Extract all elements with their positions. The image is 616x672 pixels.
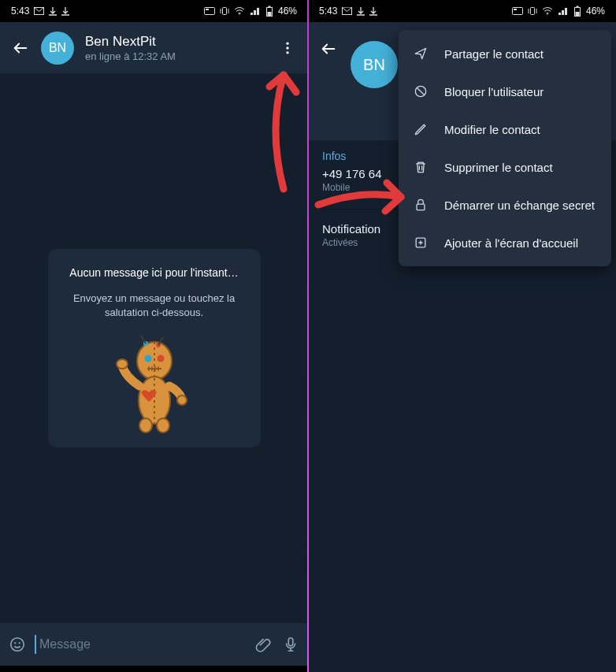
mic-icon[interactable] — [281, 635, 300, 654]
svg-rect-1 — [204, 8, 214, 15]
wifi-icon — [542, 7, 553, 15]
download-icon — [49, 7, 57, 16]
right-screen: 5:43 46% BN B e Infos +49 176 64 — [308, 0, 616, 672]
avatar-initials: BN — [363, 56, 385, 74]
status-battery: 46% — [586, 6, 605, 17]
svg-point-23 — [19, 642, 20, 644]
svg-rect-27 — [514, 9, 517, 10]
lock-icon — [413, 197, 429, 213]
menu-label: Supprimer le contact — [444, 161, 553, 174]
signal-icon — [250, 7, 261, 15]
status-bar: 5:43 46% — [308, 0, 616, 22]
battery-icon — [573, 6, 581, 17]
menu-share-contact[interactable]: Partager le contact — [399, 35, 611, 72]
svg-rect-31 — [576, 6, 578, 8]
mail-icon — [342, 7, 352, 15]
status-bar: 5:43 46% — [0, 0, 308, 22]
card-icon — [204, 7, 215, 15]
wifi-icon — [234, 7, 245, 15]
menu-label: Ajouter à l'écran d'accueil — [444, 236, 578, 250]
empty-subtitle: Envoyez un message ou touchez la salutat… — [62, 291, 247, 319]
svg-point-21 — [11, 638, 24, 652]
svg-rect-28 — [530, 8, 534, 15]
svg-point-4 — [239, 13, 240, 15]
battery-icon — [265, 6, 273, 17]
svg-rect-6 — [268, 6, 270, 8]
svg-point-22 — [14, 642, 16, 644]
chat-body: Aucun message ici pour l'instant… Envoye… — [0, 73, 308, 623]
avatar[interactable]: BN — [41, 32, 74, 65]
svg-rect-7 — [267, 12, 271, 16]
screenshot-divider — [307, 0, 309, 672]
menu-block-user[interactable]: Bloquer l'utilisateur — [399, 72, 611, 110]
empty-state-card[interactable]: Aucun message ici pour l'instant… Envoye… — [48, 249, 261, 447]
share-icon — [413, 46, 429, 61]
back-button[interactable] — [319, 39, 338, 58]
svg-point-14 — [157, 355, 164, 362]
menu-label: Modifier le contact — [444, 123, 540, 136]
vibrate-icon — [220, 6, 229, 16]
menu-label: Bloquer l'utilisateur — [444, 85, 544, 98]
menu-edit-contact[interactable]: Modifier le contact — [399, 110, 611, 148]
status-time: 5:43 — [319, 6, 337, 17]
svg-rect-2 — [206, 9, 209, 10]
svg-point-9 — [286, 46, 288, 49]
message-input[interactable] — [35, 635, 247, 654]
menu-label: Démarrer un échange secret — [444, 199, 595, 212]
nav-bar — [0, 666, 308, 672]
contact-name: Ben NextPit — [85, 34, 267, 50]
status-time: 5:43 — [11, 6, 29, 17]
svg-rect-32 — [575, 12, 579, 16]
svg-point-10 — [286, 51, 288, 54]
left-screen: 5:43 46% BN Ben NextPit — [0, 0, 308, 672]
more-button[interactable] — [278, 39, 297, 58]
menu-delete-contact[interactable]: Supprimer le contact — [399, 148, 611, 186]
pencil-icon — [413, 121, 429, 137]
message-input-bar — [0, 623, 308, 666]
add-home-icon — [413, 235, 429, 251]
menu-label: Partager le contact — [444, 47, 544, 61]
block-icon — [413, 84, 429, 99]
svg-rect-24 — [288, 638, 293, 646]
emoji-icon[interactable] — [8, 635, 27, 654]
svg-point-15 — [117, 359, 128, 369]
status-battery: 46% — [278, 6, 297, 17]
signal-icon — [558, 7, 569, 15]
chat-header: BN Ben NextPit en ligne à 12:32 AM — [0, 22, 308, 73]
attach-icon[interactable] — [254, 635, 273, 654]
menu-secret-chat[interactable]: Démarrer un échange secret — [399, 186, 611, 224]
svg-point-8 — [286, 42, 288, 44]
svg-rect-3 — [222, 8, 226, 15]
contact-status: en ligne à 12:32 AM — [85, 50, 267, 62]
svg-rect-34 — [417, 204, 425, 210]
svg-rect-26 — [512, 8, 522, 15]
context-menu: Partager le contact Bloquer l'utilisateu… — [399, 30, 611, 266]
svg-point-17 — [139, 418, 152, 433]
download-icon-2 — [369, 7, 377, 16]
avatar-initials: BN — [49, 41, 66, 55]
back-button[interactable] — [11, 39, 30, 58]
avatar[interactable]: BN — [351, 41, 398, 88]
download-icon-2 — [61, 7, 69, 16]
svg-point-18 — [157, 418, 169, 433]
download-icon — [357, 7, 365, 16]
chat-title-block[interactable]: Ben NextPit en ligne à 12:32 AM — [85, 34, 267, 62]
menu-add-home[interactable]: Ajouter à l'écran d'accueil — [399, 224, 611, 262]
greeting-sticker[interactable] — [62, 331, 247, 433]
svg-point-16 — [177, 395, 187, 405]
svg-point-13 — [144, 355, 151, 362]
trash-icon — [413, 159, 429, 175]
empty-title: Aucun message ici pour l'instant… — [62, 266, 247, 279]
card-icon — [512, 7, 523, 15]
mail-icon — [34, 7, 44, 15]
svg-point-29 — [547, 13, 548, 15]
vibrate-icon — [528, 6, 537, 16]
